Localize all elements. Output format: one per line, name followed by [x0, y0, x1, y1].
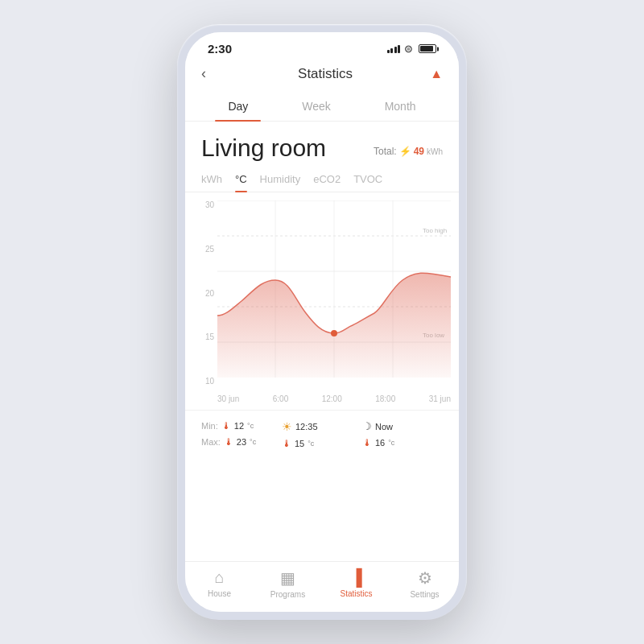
time-label-stat: ☀ 12:35 — [282, 420, 362, 433]
nav-house-label: House — [208, 589, 231, 598]
metric-humidity[interactable]: Humidity — [260, 168, 301, 192]
metric-kwh[interactable]: kWh — [201, 168, 222, 192]
page-title: Statistics — [298, 66, 353, 82]
thermometer-time-icon: 🌡 — [282, 438, 291, 449]
lightning-icon: ⚡ — [399, 146, 411, 157]
time-value-stat: 🌡 15 °c — [282, 438, 362, 449]
x-label-4: 31 jun — [429, 394, 451, 403]
y-label-10: 10 — [193, 377, 217, 386]
max-stat: Max: 🌡 23 °c — [201, 436, 282, 448]
tab-day[interactable]: Day — [215, 92, 261, 121]
nav-settings-label: Settings — [410, 590, 439, 599]
room-name: Living room — [201, 134, 326, 162]
thermometer-max-icon: 🌡 — [224, 436, 233, 448]
stats-section: Min: 🌡 12 °c Max: 🌡 23 °c — [185, 410, 459, 459]
nav-statistics[interactable]: ▐ Statistics — [332, 568, 381, 599]
nav-statistics-label: Statistics — [340, 589, 372, 598]
metric-tabs: kWh °C Humidity eCO2 TVOC — [185, 165, 459, 192]
status-bar: 2:30 ⊜ — [185, 32, 459, 59]
sun-icon: ☀ — [282, 420, 292, 433]
now-label-stat: ☽ Now — [362, 420, 443, 432]
battery-icon — [419, 44, 436, 53]
thermometer-min-icon: 🌡 — [221, 420, 231, 431]
nav-house[interactable]: ⌂ House — [196, 568, 244, 599]
status-icons: ⊜ — [387, 43, 437, 55]
thermometer-now-icon: 🌡 — [362, 437, 372, 448]
bottom-nav: ⌂ House ▦ Programs ▐ Statistics ⚙ Settin… — [185, 561, 459, 612]
total-value: 49 — [414, 146, 424, 157]
status-time: 2:30 — [208, 42, 232, 56]
filter-icon[interactable]: ▲ — [430, 67, 443, 81]
metric-tvoc[interactable]: TVOC — [353, 168, 382, 192]
x-axis: 30 jun 6:00 12:00 18:00 31 jun — [217, 387, 451, 410]
x-label-0: 30 jun — [217, 394, 239, 403]
y-label-25: 25 — [193, 245, 217, 254]
app-header: ‹ Statistics ▲ — [185, 59, 459, 92]
svg-text:Too high: Too high — [423, 227, 447, 234]
nav-programs-label: Programs — [270, 590, 305, 599]
x-label-1: 6:00 — [273, 394, 288, 403]
now-value-stat: 🌡 16 °c — [362, 437, 443, 448]
main-content: Living room Total: ⚡ 49 kWh kWh °C Humid… — [185, 122, 459, 561]
wifi-icon: ⊜ — [404, 43, 413, 55]
programs-icon: ▦ — [280, 568, 295, 588]
nav-settings[interactable]: ⚙ Settings — [401, 568, 449, 599]
total-info: Total: ⚡ 49 kWh — [374, 146, 443, 157]
signal-icon — [387, 45, 401, 53]
statistics-icon: ▐ — [350, 568, 361, 587]
y-axis: 30 25 20 15 10 — [193, 200, 217, 386]
y-label-15: 15 — [193, 332, 217, 341]
x-label-2: 12:00 — [322, 394, 342, 403]
chart-datapoint — [331, 330, 337, 336]
chart-container: 30 25 20 15 10 — [185, 192, 459, 561]
x-label-3: 18:00 — [375, 394, 395, 403]
metric-celsius[interactable]: °C — [235, 168, 247, 192]
room-header: Living room Total: ⚡ 49 kWh — [185, 122, 459, 165]
nav-programs[interactable]: ▦ Programs — [264, 568, 312, 599]
period-tabs: Day Week Month — [185, 92, 459, 122]
house-icon: ⌂ — [214, 568, 224, 587]
back-button[interactable]: ‹ — [201, 65, 221, 82]
tab-month[interactable]: Month — [372, 92, 429, 121]
metric-eco2[interactable]: eCO2 — [313, 168, 341, 192]
chart-svg: Too high Too low — [217, 200, 451, 378]
chart-area: 30 25 20 15 10 — [193, 200, 451, 410]
settings-icon: ⚙ — [418, 568, 432, 588]
y-label-20: 20 — [193, 289, 217, 298]
min-stat: Min: 🌡 12 °c — [201, 420, 282, 431]
moon-icon: ☽ — [362, 420, 372, 432]
y-label-30: 30 — [193, 200, 217, 209]
tab-week[interactable]: Week — [289, 92, 344, 121]
